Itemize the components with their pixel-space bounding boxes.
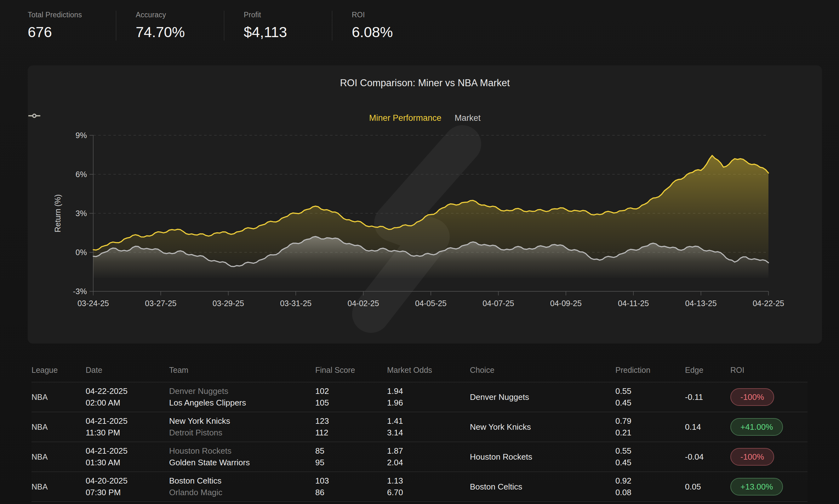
team-name: Houston Rockets: [169, 446, 315, 456]
date-line: 11:30 PM: [86, 428, 169, 438]
team-cell: Houston RocketsGolden State Warriors: [169, 446, 315, 467]
chart-legend: Miner PerformanceMarket: [28, 113, 822, 123]
roi-chart[interactable]: 9%6%3%0%-3%03-24-2503-27-2503-29-2503-31…: [28, 66, 822, 344]
prediction-line: 0.79: [615, 416, 685, 426]
odds-cell: 1.413.14: [387, 416, 470, 437]
odds-line: 1.94: [387, 386, 470, 396]
score-cell: 8595: [315, 446, 387, 467]
choice-cell: Boston Celtics: [470, 482, 615, 492]
date-cell: 04-21-202511:30 PM: [86, 416, 169, 437]
odds-line: 2.04: [387, 458, 470, 468]
column-header-roi: ROI: [730, 365, 805, 375]
choice-cell: Denver Nuggets: [470, 392, 615, 402]
legend-marker-icon: [28, 113, 41, 118]
prediction-line: 0.92: [615, 476, 685, 486]
svg-text:04-05-25: 04-05-25: [415, 299, 447, 308]
legend-label: Miner Performance: [369, 113, 442, 123]
svg-text:04-07-25: 04-07-25: [482, 299, 514, 308]
svg-text:03-27-25: 03-27-25: [145, 299, 176, 308]
stat-label: ROI: [352, 11, 440, 19]
svg-text:3%: 3%: [75, 209, 87, 218]
team-cell: Denver NuggetsLos Angeles Clippers: [169, 386, 315, 408]
prediction-line: 0.55: [615, 386, 685, 396]
stats-bar: Total Predictions 676 Accuracy 74.70% Pr…: [28, 11, 440, 40]
odds-cell: 1.872.04: [387, 446, 470, 467]
roi-cell: -100%: [730, 448, 805, 466]
column-header-market-odds: Market Odds: [387, 365, 470, 375]
team-name: Los Angeles Clippers: [169, 398, 315, 408]
team-name: Golden State Warriors: [169, 458, 315, 468]
edge-cell: -0.04: [685, 452, 730, 462]
edge-cell: -0.11: [685, 392, 730, 402]
prediction-cell: 0.550.45: [615, 386, 685, 408]
date-line: 04-22-2025: [86, 386, 169, 396]
odds-line: 1.87: [387, 446, 470, 456]
date-cell: 04-21-202501:30 AM: [86, 446, 169, 467]
svg-text:6%: 6%: [75, 170, 87, 179]
roi-cell: -100%: [730, 388, 805, 406]
column-header-edge: Edge: [685, 365, 730, 375]
score-cell: 123112: [315, 416, 387, 437]
prediction-cell: 0.550.45: [615, 446, 685, 467]
column-header-final-score: Final Score: [315, 365, 387, 375]
score-line: 103: [315, 476, 387, 486]
table-row: NBA04-22-202502:00 AMDenver NuggetsLos A…: [32, 382, 807, 412]
team-cell: New York KnicksDetroit Pistons: [169, 416, 315, 437]
stat-label: Total Predictions: [28, 11, 116, 19]
team-cell: Boston CelticsOrlando Magic: [169, 476, 315, 497]
svg-text:04-13-25: 04-13-25: [685, 299, 717, 308]
chart-title: ROI Comparison: Miner vs NBA Market: [28, 77, 822, 89]
prediction-line: 0.45: [615, 398, 685, 408]
stat-value: 676: [28, 23, 116, 40]
league-cell: NBA: [32, 393, 86, 402]
edge-cell: 0.05: [685, 482, 730, 492]
column-header-date: Date: [86, 365, 169, 375]
stat-value: 74.70%: [136, 23, 224, 40]
team-name: Denver Nuggets: [169, 386, 315, 396]
roi-cell: +13.00%: [730, 478, 805, 496]
choice-cell: Houston Rockets: [470, 452, 615, 462]
league-cell: NBA: [32, 482, 86, 491]
svg-text:04-11-25: 04-11-25: [618, 299, 649, 308]
svg-text:-3%: -3%: [73, 287, 87, 296]
prediction-line: 0.08: [615, 488, 685, 498]
roi-badge: -100%: [730, 388, 774, 406]
roi-badge: +41.00%: [730, 418, 783, 436]
svg-text:04-09-25: 04-09-25: [550, 299, 582, 308]
edge-cell: 0.14: [685, 422, 730, 432]
date-line: 04-20-2025: [86, 476, 169, 486]
column-header-prediction: Prediction: [615, 365, 685, 375]
team-name: Detroit Pistons: [169, 428, 315, 438]
odds-line: 1.41: [387, 416, 470, 426]
chart-card: 9%6%3%0%-3%03-24-2503-27-2503-29-2503-31…: [28, 66, 822, 344]
legend-item-market[interactable]: Market: [455, 113, 481, 123]
roi-badge: +13.00%: [730, 478, 783, 496]
score-line: 86: [315, 488, 387, 498]
prediction-line: 0.21: [615, 428, 685, 438]
score-cell: 10386: [315, 476, 387, 497]
stat-value: 6.08%: [352, 23, 440, 40]
odds-line: 1.13: [387, 476, 470, 486]
team-name: Orlando Magic: [169, 488, 315, 498]
date-line: 04-21-2025: [86, 416, 169, 426]
score-line: 112: [315, 428, 387, 438]
legend-item-miner-performance[interactable]: Miner Performance: [369, 113, 442, 123]
score-line: 95: [315, 458, 387, 468]
column-header-team: Team: [169, 365, 315, 375]
date-line: 01:30 AM: [86, 458, 169, 468]
stat-profit: Profit $4,113: [224, 11, 332, 40]
roi-cell: +41.00%: [730, 418, 805, 436]
stat-roi: ROI 6.08%: [332, 11, 440, 40]
prediction-cell: 0.790.21: [615, 416, 685, 437]
svg-text:04-22-25: 04-22-25: [753, 299, 784, 308]
date-cell: 04-20-202507:30 PM: [86, 476, 169, 497]
stat-label: Accuracy: [136, 11, 224, 19]
prediction-cell: 0.920.08: [615, 476, 685, 497]
svg-text:Return (%): Return (%): [53, 194, 62, 233]
table-body: NBA04-22-202502:00 AMDenver NuggetsLos A…: [32, 382, 807, 502]
column-header-league: League: [32, 365, 86, 375]
odds-cell: 1.136.70: [387, 476, 470, 497]
svg-text:0%: 0%: [75, 248, 87, 257]
predictions-table: League Date Team Final Score Market Odds…: [32, 365, 807, 502]
stat-label: Profit: [244, 11, 332, 19]
